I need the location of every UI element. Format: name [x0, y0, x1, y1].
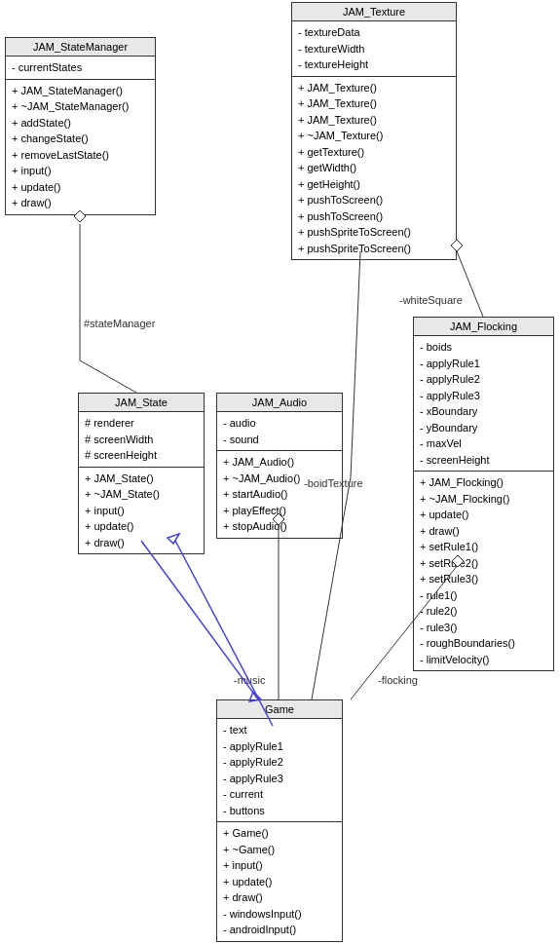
game-attributes: - text - applyRule1 - applyRule2 - apply…	[217, 719, 342, 822]
svg-line-11	[175, 541, 273, 726]
jam-texture-class: JAM_Texture - textureData - textureWidth…	[291, 2, 457, 260]
jam-state-header: JAM_State	[79, 394, 204, 412]
jam-audio-class: JAM_Audio - audio - sound + JAM_Audio() …	[216, 393, 343, 539]
jam-state-class: JAM_State # renderer # screenWidth # scr…	[78, 393, 205, 554]
svg-line-3	[457, 251, 483, 317]
jam-state-manager-header: JAM_StateManager	[6, 38, 155, 57]
jam-texture-header: JAM_Texture	[292, 3, 456, 21]
state-manager-label: #stateManager	[84, 318, 155, 329]
svg-line-1	[80, 360, 136, 393]
jam-state-manager-methods: + JAM_StateManager() + ~JAM_StateManager…	[6, 80, 155, 214]
jam-texture-attributes: - textureData - textureWidth - textureHe…	[292, 21, 456, 77]
jam-state-attributes: # renderer # screenWidth # screenHeight	[79, 412, 204, 468]
jam-texture-methods: + JAM_Texture() + JAM_Texture() + JAM_Te…	[292, 77, 456, 260]
jam-audio-methods: + JAM_Audio() + ~JAM_Audio() + startAudi…	[217, 451, 342, 538]
jam-flocking-class: JAM_Flocking - boids - applyRule1 - appl…	[413, 317, 554, 671]
music-label: -music	[234, 674, 265, 686]
jam-state-manager-attributes: - currentStates	[6, 57, 155, 80]
jam-flocking-header: JAM_Flocking	[414, 318, 553, 336]
white-square-label: -whiteSquare	[399, 294, 463, 306]
flocking-label: -flocking	[378, 674, 418, 686]
game-class: Game - text - applyRule1 - applyRule2 - …	[216, 699, 343, 942]
jam-flocking-attributes: - boids - applyRule1 - applyRule2 - appl…	[414, 336, 553, 472]
jam-state-manager-class: JAM_StateManager - currentStates + JAM_S…	[5, 37, 156, 215]
svg-line-5	[351, 251, 360, 477]
jam-flocking-methods: + JAM_Flocking() + ~JAM_Flocking() + upd…	[414, 472, 553, 670]
jam-audio-header: JAM_Audio	[217, 394, 342, 412]
jam-state-methods: + JAM_State() + ~JAM_State() + input() +…	[79, 468, 204, 554]
game-header: Game	[217, 700, 342, 719]
boid-texture-label: -boidTexture	[304, 477, 363, 489]
jam-audio-attributes: - audio - sound	[217, 412, 342, 451]
game-methods: + Game() + ~Game() + input() + update() …	[217, 822, 342, 941]
